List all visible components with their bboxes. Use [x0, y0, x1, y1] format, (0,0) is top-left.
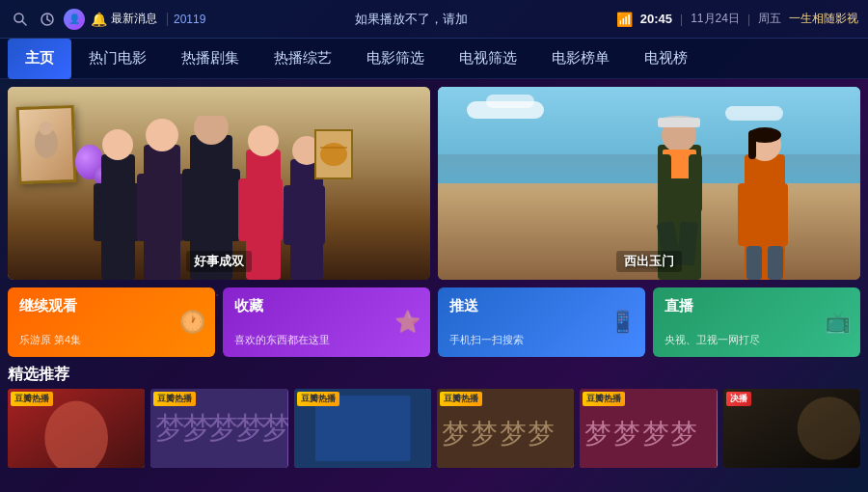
quick-collect[interactable]: 收藏 喜欢的东西都在这里 ⭐ — [223, 287, 430, 357]
quick-live-title: 直播 — [665, 297, 849, 315]
top-right: 📶 20:45 | 11月24日 | 周五 一生相随影视 — [616, 11, 858, 27]
star-icon: ⭐ — [394, 310, 420, 335]
svg-rect-34 — [689, 154, 702, 212]
svg-text:梦: 梦 — [642, 419, 669, 449]
svg-text:梦: 梦 — [442, 419, 469, 449]
nav-movie-rank[interactable]: 电影榜单 — [534, 39, 627, 79]
svg-rect-43 — [746, 246, 762, 280]
quick-push-sub: 手机扫一扫搜索 — [449, 333, 634, 347]
nav-tv-filter[interactable]: 电视筛选 — [442, 39, 534, 79]
phone-icon: 📱 — [610, 310, 636, 335]
svg-rect-42 — [748, 130, 756, 159]
hero-right-card[interactable]: 西出玉门 — [438, 87, 860, 280]
top-weekday: 周五 — [758, 11, 781, 27]
svg-text:梦: 梦 — [670, 419, 697, 449]
top-date: 11月24日 — [691, 11, 740, 27]
top-slogan: 一生相随影视 — [789, 11, 858, 27]
svg-rect-11 — [137, 174, 150, 241]
hero-left-card[interactable]: 好事成双 — [8, 87, 430, 280]
svg-rect-39 — [738, 183, 750, 246]
svg-rect-33 — [658, 154, 671, 212]
svg-text:梦: 梦 — [235, 412, 265, 445]
top-notice: 如果播放不了，请加 — [211, 11, 610, 28]
nav-series[interactable]: 热播剧集 — [164, 39, 257, 79]
quick-push-title: 推送 — [449, 297, 634, 315]
search-icon[interactable] — [10, 9, 31, 30]
svg-rect-15 — [182, 169, 198, 241]
svg-rect-16 — [225, 169, 240, 241]
svg-rect-44 — [768, 246, 783, 280]
thumbnails-row: 豆瓣热播 梦 梦 梦 梦 梦 豆瓣热播 — [8, 389, 860, 468]
thumb-item-1[interactable]: 豆瓣热播 — [8, 389, 145, 468]
svg-point-26 — [320, 143, 347, 166]
section-title: 精选推荐 — [8, 365, 860, 385]
thumb-item-3[interactable]: 豆瓣热播 — [294, 389, 431, 468]
thumb-badge-1: 豆瓣热播 — [11, 392, 53, 406]
svg-rect-24 — [313, 185, 325, 245]
svg-rect-40 — [775, 183, 788, 246]
svg-rect-31 — [658, 118, 700, 127]
news-id: 20119 — [167, 13, 205, 26]
thumb-badge-3: 豆瓣热播 — [297, 392, 339, 406]
svg-text:梦: 梦 — [528, 419, 555, 449]
news-section: 🔔 最新消息 20119 — [91, 11, 205, 27]
user-avatar[interactable]: 👤 — [64, 9, 85, 30]
bell-icon: 🔔 — [91, 12, 107, 27]
nav-tv-rank[interactable]: 电视榜 — [627, 39, 705, 79]
recommend-section: 精选推荐 豆瓣热播 梦 梦 — [8, 365, 860, 468]
nav-home[interactable]: 主页 — [8, 39, 71, 79]
divider2: | — [747, 13, 750, 26]
quick-collect-title: 收藏 — [234, 297, 419, 315]
news-label: 最新消息 — [111, 11, 157, 27]
nav-bar: 主页 热门电影 热播剧集 热播综艺 电影筛选 电视筛选 电影榜单 电视榜 — [0, 39, 868, 79]
thumb-item-5[interactable]: 梦 梦 梦 梦 豆瓣热播 — [580, 389, 717, 468]
quick-collect-sub: 喜欢的东西都在这里 — [234, 333, 419, 347]
nav-movie-filter[interactable]: 电影筛选 — [349, 39, 442, 79]
hero-section: 好事成双 — [8, 87, 860, 280]
quick-live-sub: 央视、卫视一网打尽 — [665, 333, 849, 347]
svg-rect-19 — [238, 178, 251, 241]
top-bar: 👤 🔔 最新消息 20119 如果播放不了，请加 📶 20:45 | 11月24… — [0, 0, 868, 39]
svg-text:梦: 梦 — [471, 419, 498, 449]
svg-text:梦: 梦 — [613, 419, 640, 449]
svg-rect-23 — [284, 185, 295, 245]
nav-movies[interactable]: 热门电影 — [71, 39, 164, 79]
svg-point-10 — [146, 119, 178, 151]
thumb-item-2[interactable]: 梦 梦 梦 梦 梦 豆瓣热播 — [150, 389, 287, 468]
thumb-badge-5: 豆瓣热播 — [583, 392, 625, 406]
thumb-item-4[interactable]: 梦 梦 梦 梦 豆瓣热播 — [437, 389, 574, 468]
wifi-icon: 📶 — [616, 12, 633, 27]
svg-text:梦: 梦 — [500, 419, 527, 449]
svg-text:梦: 梦 — [585, 419, 612, 449]
quick-continue[interactable]: 继续观看 乐游原 第4集 🕐 — [8, 287, 215, 357]
clock-icon: 🕐 — [179, 310, 205, 335]
svg-text:梦: 梦 — [156, 412, 186, 445]
hero-left-label: 好事成双 — [186, 251, 252, 272]
svg-rect-20 — [270, 178, 283, 241]
history-icon[interactable] — [37, 9, 58, 30]
quick-access: 继续观看 乐游原 第4集 🕐 收藏 喜欢的东西都在这里 ⭐ 推送 手机扫一扫搜索… — [8, 287, 860, 357]
tv-icon: 📺 — [825, 310, 851, 335]
quick-live[interactable]: 直播 央视、卫视一网打尽 📺 — [653, 287, 860, 357]
thumb-badge-last: 决播 — [726, 392, 751, 406]
svg-point-18 — [248, 125, 279, 156]
svg-text:梦: 梦 — [261, 412, 287, 445]
quick-continue-title: 继续观看 — [19, 297, 203, 315]
svg-line-1 — [22, 21, 26, 25]
svg-text:梦: 梦 — [182, 412, 212, 445]
cloud2 — [486, 95, 534, 108]
divider1: | — [680, 13, 683, 26]
hero-right-label: 西出玉门 — [616, 251, 682, 272]
quick-push[interactable]: 推送 手机扫一扫搜索 📱 — [438, 287, 645, 357]
top-time: 20:45 — [640, 12, 672, 26]
svg-rect-7 — [94, 183, 108, 241]
thumb-badge-2: 豆瓣热播 — [153, 392, 196, 406]
svg-point-6 — [102, 129, 133, 160]
thumb-badge-4: 豆瓣热播 — [440, 392, 482, 406]
thumb-item-last[interactable]: 决播 — [723, 389, 860, 468]
painting-left — [16, 105, 77, 184]
quick-continue-sub: 乐游原 第4集 — [19, 333, 203, 347]
nav-variety[interactable]: 热播综艺 — [257, 39, 349, 79]
svg-rect-12 — [171, 174, 184, 241]
svg-text:梦: 梦 — [209, 412, 239, 445]
